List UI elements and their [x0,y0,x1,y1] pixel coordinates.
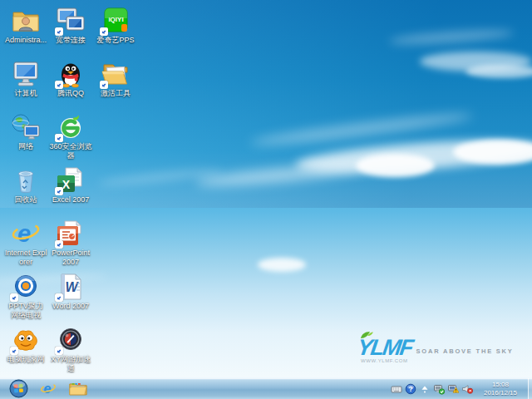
leaf-icon [360,331,373,339]
icon-label: XY网游加速通 [48,355,93,372]
desktop-icon-network[interactable]: 网络 [3,111,48,164]
input-indicator-icon[interactable] [391,383,402,395]
desktop-icon-administrator[interactable]: Administra... [3,4,48,57]
icon-label: PowerPoint 2007 [48,249,93,266]
windows-explorer-folder-icon [68,381,88,397]
computer-icon [9,60,42,88]
desktop-wallpaper[interactable]: Administra... 计算机 [0,0,532,378]
taskbar-explorer-button[interactable] [68,379,88,399]
desktop-icon-pptv[interactable]: PPTV聚力 网络电视 [3,270,48,323]
clock-date: 2016/12/15 [477,389,524,397]
action-center-warning-icon[interactable] [447,383,459,395]
icon-label: Internet Explorer [3,249,48,266]
network-globe-icon [9,113,42,141]
svg-text:?: ? [408,385,412,393]
icon-label: 宽带连接 [48,36,93,45]
shortcut-arrow-icon [100,27,108,36]
icon-label: Excel 2007 [48,195,93,204]
clock-time: 15:08 [477,381,524,389]
ylmf-watermark: YLMF SOAR ABOVE THE SKY WWW.YLMF.COM [357,337,524,363]
shortcut-arrow-icon [55,240,63,249]
icon-label: 360安全浏览器 [48,142,93,160]
taskbar-ie-button[interactable]: e [39,379,57,399]
shortcut-arrow-icon [55,187,63,195]
desktop-icon-powerpoint-2007[interactable]: PowerPoint 2007 [48,217,93,270]
taskbar-clock[interactable]: 15:08 2016/12/15 [475,381,525,397]
recycle-bin-icon [9,166,42,195]
internet-explorer-icon: e [39,381,57,397]
desktop-icon-tencent-qq[interactable]: 腾讯QQ [48,57,93,111]
desktop-icon-grid: Administra... 计算机 [3,4,138,377]
help-icon[interactable]: ? [405,383,416,395]
shortcut-arrow-icon [55,347,63,355]
desktop-icon-xy-app[interactable]: XY网游加速通 [48,323,93,377]
svg-text:X: X [62,178,71,191]
icon-column-2: 宽带连接 腾讯QQ [48,4,93,377]
ylmf-logo: YLMF [356,337,413,358]
svg-text:iQIYI: iQIYI [108,16,123,23]
volume-muted-icon[interactable] [461,383,473,395]
svg-text:e: e [44,382,52,396]
icon-label: PPTV聚力 网络电视 [3,302,48,319]
desktop-icon-activation-tools[interactable]: 激活工具 [93,57,138,111]
icon-label: 回收站 [3,195,48,204]
shortcut-arrow-icon [10,347,18,355]
system-tray: ? 15:08 2016/12/15 [391,378,532,399]
desktop-icon-360-browser[interactable]: 360安全浏览器 [48,111,93,164]
icon-column-1: Administra... 计算机 [3,4,48,377]
icon-label: Administra... [3,36,48,45]
desktop-icon-pc-player[interactable]: 电脑玩家网 [3,323,48,377]
network-status-ok-icon[interactable] [433,383,445,395]
icon-label: 腾讯QQ [48,89,93,98]
shortcut-arrow-icon [55,27,63,36]
ie-icon: e [9,219,42,248]
icon-column-3: iQIYI 爱奇艺PPS 激活工具 [93,4,138,377]
desktop-icon-broadband[interactable]: 宽带连接 [48,4,93,57]
icon-label: 激活工具 [93,89,138,98]
desktop-icon-computer[interactable]: 计算机 [3,57,48,111]
desktop-icon-internet-explorer[interactable]: e Internet Explorer [3,217,48,270]
taskbar: e ? [0,377,532,399]
shortcut-arrow-icon [55,134,63,142]
ylmf-slogan: SOAR ABOVE THE SKY [416,347,514,358]
shortcut-arrow-icon [55,293,63,302]
shortcut-arrow-icon [55,81,63,89]
show-hidden-icons-chevron[interactable] [419,383,431,395]
icon-label: 电脑玩家网 [3,355,48,364]
svg-text:e: e [17,220,31,247]
desktop-icon-iqiyi-pps[interactable]: iQIYI 爱奇艺PPS [93,4,138,57]
user-folder-icon [9,7,42,35]
cloud-decoration [258,258,306,272]
icon-label: 计算机 [3,89,48,98]
icon-label: 网络 [3,142,48,151]
start-button[interactable] [9,379,28,398]
icon-label: 爱奇艺PPS [93,36,138,45]
desktop-icon-word-2007[interactable]: W Word 2007 [48,270,93,323]
icon-label: Word 2007 [48,302,93,311]
shortcut-arrow-icon [10,293,18,302]
desktop-icon-excel-2007[interactable]: X Excel 2007 [48,164,93,217]
show-desktop-button[interactable] [528,378,532,399]
shortcut-arrow-icon [100,81,108,89]
desktop-icon-recycle-bin[interactable]: 回收站 [3,164,48,217]
